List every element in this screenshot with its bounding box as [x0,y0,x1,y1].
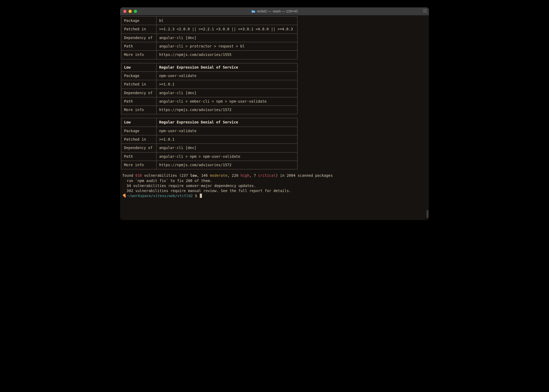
row-value: https://npmjs.com/advisories/1572 [157,106,297,114]
row-label: Patched in [121,80,157,89]
summary-text: , 146 [197,173,210,178]
severity-label: Low [121,118,157,127]
table-row: Path angular-cli > ember-cli > npm > npm… [121,97,297,106]
severity-label: Low [121,63,157,71]
row-label: More info [121,161,157,169]
terminal-window: vtctld2 — -bash — 129×43 Package bl Patc… [120,7,429,220]
summary-line: run `npm audit fix` to fix 280 of them. [122,179,212,183]
table-row: More info https://npmjs.com/advisories/1… [121,106,297,114]
table-row: More info https://npmjs.com/advisories/1… [121,51,297,59]
table-row: Package npm-user-validate [121,127,297,135]
row-value: https://npmjs.com/advisories/1572 [157,161,297,169]
row-label: Package [121,127,157,135]
cursor [200,194,202,198]
prompt-symbol: $ [193,194,199,198]
table-row: Patched in >=1.2.3 <2.0.0 || >=2.2.1 <3.… [121,25,297,34]
table-row: Package bl [121,17,297,25]
row-value: angular-cli > ember-cli > npm > npm-user… [157,97,297,106]
row-value: angular-cli [dev] [157,144,297,152]
summary-text: found [122,173,135,178]
row-label: Package [121,71,157,80]
minimize-button[interactable] [129,10,132,13]
table-row: Dependency of angular-cli [dev] [121,144,297,152]
row-value: npm-user-validate [157,127,297,135]
summary-text: , 226 [228,173,241,178]
row-label: Path [121,42,157,50]
row-value: angular-cli [dev] [157,34,297,42]
close-button[interactable] [123,10,126,13]
pizza-icon: 🍕 [122,194,126,198]
audit-table-0: Package bl Patched in >=1.2.3 <2.0.0 || … [121,16,297,59]
row-value: npm-user-validate [157,71,297,80]
table-row: Dependency of angular-cli [dev] [121,89,297,97]
table-row: Patched in >=1.0.1 [121,135,297,144]
shell-prompt[interactable]: 🍕~/workspace/vitess/web/vtctld2 $ [121,194,428,198]
advisory-title: Regular Expression Denial of Service [157,118,297,127]
summary-line: 302 vulnerabilities require manual revie… [122,189,291,193]
row-value: >=1.2.3 <2.0.0 || >=2.2.1 <3.0.0 || >=3.… [157,25,297,34]
window-title-text: vtctld2 — -bash — 129×43 [257,9,297,13]
row-label: Dependency of [121,144,157,152]
row-label: More info [121,51,157,59]
row-value: >=1.0.1 [157,80,297,89]
table-row: Path angular-cli > npm > npm-user-valida… [121,152,297,161]
summary-moderate: moderate [210,173,227,178]
table-row: Dependency of angular-cli [dev] [121,34,297,42]
folder-icon [251,10,255,13]
row-label: Path [121,152,157,161]
table-header: Low Regular Expression Denial of Service [121,63,297,71]
summary-text: vulnerabilities (237 [142,173,190,178]
table-row: More info https://npmjs.com/advisories/1… [121,161,297,169]
window-titlebar: vtctld2 — -bash — 129×43 [120,7,429,15]
table-row: Path angular-cli > protractor > request … [121,42,297,50]
summary-line: 34 vulnerabilities require semver-major … [122,184,256,188]
audit-table-2: Low Regular Expression Denial of Service… [121,118,297,169]
row-value: >=1.0.1 [157,135,297,144]
table-row: Package npm-user-validate [121,71,297,80]
table-header: Low Regular Expression Denial of Service [121,118,297,127]
summary-text: , 7 [249,173,258,178]
summary-critical: critical [258,173,276,178]
row-value: bl [157,17,297,25]
row-value: angular-cli [dev] [157,89,297,97]
summary-total: 616 [135,173,142,178]
row-label: Dependency of [121,34,157,42]
terminal-body[interactable]: Package bl Patched in >=1.2.3 <2.0.0 || … [120,16,429,220]
row-value: angular-cli > protractor > request > bl [157,42,297,50]
audit-summary: found 616 vulnerabilities (237 low, 146 … [121,173,428,193]
row-value: https://npmjs.com/advisories/1555 [157,51,297,59]
advisory-title: Regular Expression Denial of Service [157,63,297,71]
row-value: angular-cli > npm > npm-user-validate [157,152,297,161]
summary-high: high [241,173,249,178]
prompt-path: ~/workspace/vitess/web/vtctld2 [127,194,193,198]
traffic-lights [120,10,137,13]
summary-text: ) in 2004 scanned packages [276,173,333,178]
table-row: Patched in >=1.0.1 [121,80,297,89]
row-label: Package [121,17,157,25]
hamburger-icon[interactable] [423,9,427,12]
row-label: More info [121,106,157,114]
row-label: Patched in [121,25,157,34]
row-label: Dependency of [121,89,157,97]
row-label: Path [121,97,157,106]
scrollbar-thumb[interactable] [427,210,428,218]
row-label: Patched in [121,135,157,144]
window-title: vtctld2 — -bash — 129×43 [251,9,297,13]
summary-low: low [190,173,197,178]
zoom-button[interactable] [134,10,137,13]
audit-table-1: Low Regular Expression Denial of Service… [121,63,297,114]
